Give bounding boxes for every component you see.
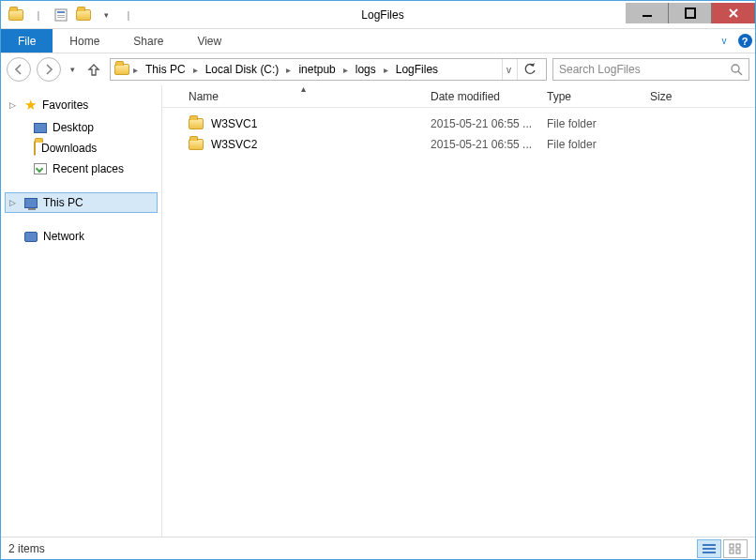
file-type: File folder (547, 117, 650, 130)
sidebar-network[interactable]: ▷ Network (5, 226, 158, 247)
tab-home[interactable]: Home (53, 29, 116, 53)
back-button[interactable] (7, 57, 31, 82)
svg-rect-3 (57, 17, 65, 18)
sidebar-favorites[interactable]: ▷ ★ Favorites (5, 93, 158, 117)
breadcrumb-drive[interactable]: Local Disk (C:) (202, 63, 283, 76)
search-input[interactable]: Search LogFiles (552, 58, 749, 81)
column-name[interactable]: Name (189, 85, 431, 107)
breadcrumb-logs[interactable]: logs (352, 63, 380, 76)
folder-icon (5, 4, 27, 26)
svg-rect-9 (703, 548, 716, 550)
chevron-right-icon[interactable]: ▸ (341, 65, 350, 75)
qat-end-separator: | (117, 4, 140, 26)
breadcrumb-inetpub[interactable]: inetpub (295, 63, 339, 76)
details-view-button[interactable] (697, 539, 721, 558)
properties-icon[interactable] (50, 4, 72, 26)
svg-rect-12 (736, 544, 740, 548)
table-row[interactable]: W3SVC2 2015-05-21 06:55 ... File folder (162, 134, 755, 155)
search-placeholder: Search LogFiles (559, 63, 641, 76)
refresh-button[interactable] (517, 59, 542, 80)
ribbon-expand-icon[interactable]: v (714, 29, 734, 53)
svg-rect-8 (703, 544, 716, 546)
sidebar-label: Favorites (42, 98, 88, 112)
navigation-pane: ▷ ★ Favorites Desktop Downloads Recent p… (1, 85, 162, 537)
sidebar-label: Network (43, 230, 84, 243)
column-date[interactable]: Date modified (431, 85, 547, 107)
sidebar-item-downloads[interactable]: Downloads (5, 138, 158, 159)
minimize-button[interactable] (626, 3, 669, 23)
collapse-caret-icon[interactable]: ▷ (9, 198, 19, 207)
column-size[interactable]: Size (650, 85, 725, 107)
sidebar-item-desktop[interactable]: Desktop (5, 117, 158, 138)
column-headers: Name Date modified Type Size (162, 85, 755, 108)
location-folder-icon (114, 62, 129, 77)
svg-rect-4 (643, 15, 652, 17)
file-name: W3SVC1 (211, 117, 257, 130)
window-title: LogFiles (140, 8, 626, 22)
file-date: 2015-05-21 06:55 ... (431, 138, 547, 151)
svg-rect-5 (686, 8, 695, 18)
icons-view-button[interactable] (723, 539, 748, 558)
svg-rect-14 (736, 550, 740, 553)
chevron-right-icon[interactable]: ▸ (382, 65, 390, 75)
tab-share[interactable]: Share (116, 29, 180, 53)
file-name: W3SVC2 (211, 138, 257, 151)
sidebar-label: This PC (43, 196, 83, 209)
close-button[interactable] (712, 3, 755, 23)
new-folder-icon[interactable] (72, 4, 95, 26)
svg-rect-11 (730, 544, 733, 548)
svg-rect-10 (703, 552, 716, 553)
help-button[interactable]: ? (734, 29, 755, 53)
folder-icon (189, 139, 204, 150)
breadcrumb-logfiles[interactable]: LogFiles (392, 63, 442, 76)
sidebar-item-recent[interactable]: Recent places (5, 159, 158, 179)
search-icon (730, 63, 743, 76)
up-button[interactable] (83, 59, 104, 80)
svg-rect-13 (730, 550, 733, 553)
sidebar-thispc[interactable]: ▷ This PC (5, 192, 158, 213)
forward-button[interactable] (37, 57, 61, 82)
address-bar[interactable]: ▸ This PC ▸ Local Disk (C:) ▸ inetpub ▸ … (110, 58, 547, 81)
maximize-button[interactable] (669, 3, 712, 23)
help-icon: ? (738, 34, 752, 48)
column-type[interactable]: Type (547, 85, 650, 107)
address-history-dropdown-icon[interactable]: v (502, 59, 515, 80)
table-row[interactable]: W3SVC1 2015-05-21 06:55 ... File folder (162, 114, 755, 134)
network-icon (24, 232, 38, 242)
qat-dropdown-icon[interactable]: ▾ (95, 4, 117, 26)
sidebar-item-label: Desktop (53, 121, 94, 134)
chevron-right-icon[interactable]: ▸ (131, 65, 140, 75)
svg-point-6 (732, 65, 739, 72)
downloads-icon (34, 142, 36, 155)
qat-separator: | (27, 4, 50, 26)
file-type: File folder (547, 138, 650, 151)
collapse-caret-icon[interactable]: ▷ (9, 100, 19, 110)
recent-places-icon (34, 163, 47, 174)
computer-icon (24, 198, 38, 208)
status-item-count: 2 items (8, 542, 45, 555)
svg-rect-1 (57, 11, 65, 13)
tab-view[interactable]: View (180, 29, 238, 53)
history-dropdown-icon[interactable]: ▾ (67, 65, 78, 74)
svg-rect-2 (57, 15, 65, 16)
file-menu[interactable]: File (1, 29, 53, 53)
star-icon: ★ (24, 97, 37, 114)
file-date: 2015-05-21 06:55 ... (431, 117, 547, 130)
sidebar-item-label: Downloads (41, 142, 97, 155)
folder-icon (189, 118, 204, 129)
svg-line-7 (738, 71, 742, 75)
desktop-icon (34, 123, 47, 133)
breadcrumb-thispc[interactable]: This PC (142, 63, 189, 76)
chevron-right-icon[interactable]: ▸ (284, 65, 293, 75)
sort-indicator-icon: ▴ (301, 83, 306, 94)
chevron-right-icon[interactable]: ▸ (191, 65, 200, 75)
sidebar-item-label: Recent places (53, 162, 124, 175)
